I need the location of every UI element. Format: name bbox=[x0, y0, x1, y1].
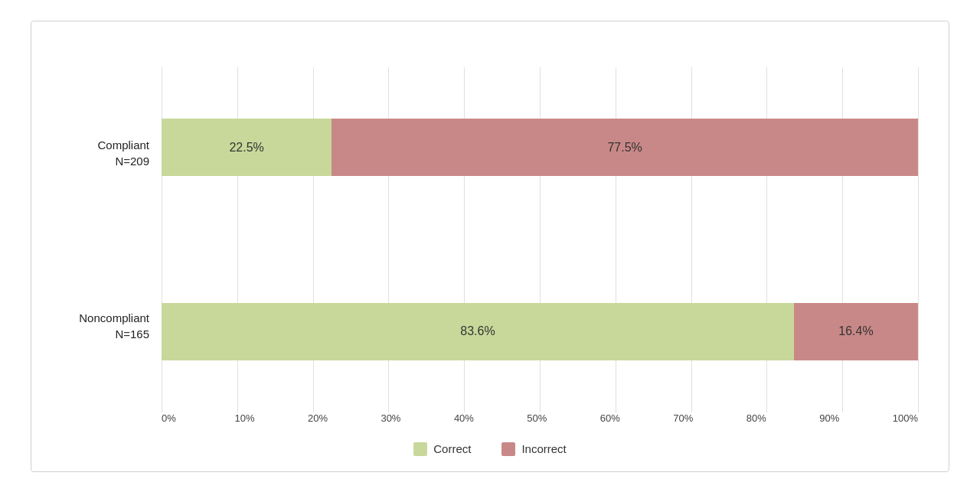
x-tick-label: 80% bbox=[746, 412, 819, 424]
x-tick-label: 60% bbox=[600, 412, 673, 424]
bar-row: 83.6%16.4% bbox=[162, 303, 918, 360]
bar-segment-correct: 83.6% bbox=[162, 303, 794, 360]
x-tick-label: 50% bbox=[527, 412, 599, 424]
x-tick-label: 90% bbox=[819, 412, 892, 424]
chart-container: CompliantN=209NoncompliantN=165 22.5%77.… bbox=[31, 21, 949, 472]
bar-label-incorrect: 77.5% bbox=[607, 141, 642, 155]
y-label: NoncompliantN=165 bbox=[62, 310, 162, 342]
legend-swatch-correct bbox=[413, 442, 427, 456]
bar-label-incorrect: 16.4% bbox=[838, 324, 873, 338]
legend-item: Correct bbox=[413, 442, 471, 456]
x-tick-label: 20% bbox=[308, 412, 381, 424]
x-tick-label: 70% bbox=[673, 412, 746, 424]
x-tick-label: 10% bbox=[234, 412, 307, 424]
y-labels: CompliantN=209NoncompliantN=165 bbox=[62, 67, 162, 412]
bar-row: 22.5%77.5% bbox=[162, 119, 918, 176]
x-tick-label: 30% bbox=[381, 412, 453, 424]
x-tick-label: 100% bbox=[893, 412, 918, 424]
legend: CorrectIncorrect bbox=[62, 436, 918, 456]
bar-label-correct: 22.5% bbox=[229, 141, 263, 155]
bar-segment-incorrect: 16.4% bbox=[794, 303, 918, 360]
chart-body: CompliantN=209NoncompliantN=165 22.5%77.… bbox=[62, 67, 918, 412]
x-tick-label: 40% bbox=[454, 412, 527, 424]
plot-area: 22.5%77.5%83.6%16.4% bbox=[162, 67, 918, 412]
legend-swatch-incorrect bbox=[501, 442, 515, 456]
y-label: CompliantN=209 bbox=[62, 137, 162, 169]
legend-label: Incorrect bbox=[521, 442, 566, 455]
bar-segment-incorrect: 77.5% bbox=[332, 119, 918, 176]
x-axis-row: 0%10%20%30%40%50%60%70%80%90%100% bbox=[162, 412, 918, 424]
x-tick-label: 0% bbox=[162, 412, 234, 424]
x-axis-labels: 0%10%20%30%40%50%60%70%80%90%100% bbox=[162, 412, 918, 424]
legend-label: Correct bbox=[433, 442, 471, 455]
bar-segment-correct: 22.5% bbox=[162, 119, 332, 176]
bar-label-correct: 83.6% bbox=[460, 324, 495, 338]
legend-item: Incorrect bbox=[501, 442, 566, 456]
